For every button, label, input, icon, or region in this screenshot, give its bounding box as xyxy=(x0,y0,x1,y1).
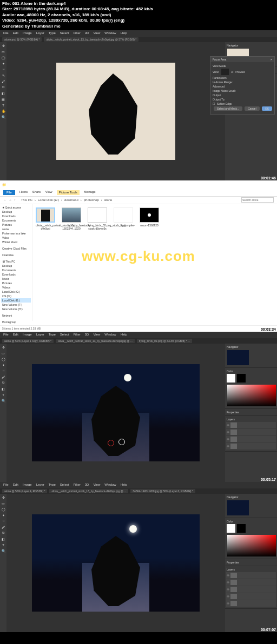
clone-tool-icon[interactable]: ⧉ xyxy=(1,531,6,536)
onedrive[interactable]: OneDrive xyxy=(1,253,31,257)
layer-row[interactable]: 👁 xyxy=(226,422,276,428)
menu-layer[interactable]: Layer xyxy=(36,333,44,337)
menu-layer[interactable]: Layer xyxy=(36,31,44,36)
eraser-tool-icon[interactable]: ◧ xyxy=(1,91,6,96)
menu-file[interactable]: File xyxy=(3,483,9,487)
sidebar-item[interactable]: Documents xyxy=(1,268,31,272)
menu-3d[interactable]: 3D xyxy=(85,31,89,36)
move-tool-icon[interactable]: ✥ xyxy=(1,495,6,500)
tab-2[interactable]: olivia__witch_portrait_stock_13_by_faest… xyxy=(56,339,135,343)
file-item[interactable]: fence-1603244_1920 xyxy=(62,207,81,230)
menu-window[interactable]: Window xyxy=(104,31,116,36)
layer-row[interactable]: 👁 xyxy=(226,572,276,579)
move-tool-icon[interactable]: ✥ xyxy=(1,345,6,350)
crop-tool-icon[interactable]: ⌗ xyxy=(1,368,6,374)
lasso-tool-icon[interactable]: ◯ xyxy=(1,55,6,61)
layer-row[interactable]: 👁 xyxy=(226,436,276,442)
menu-file[interactable]: File xyxy=(3,31,9,36)
back-icon[interactable]: ← xyxy=(3,198,6,202)
ribbon-view[interactable]: View xyxy=(45,190,52,195)
breadcrumb[interactable]: alone xyxy=(104,198,113,202)
ribbon-manage[interactable]: Manage xyxy=(84,190,96,195)
sidebar-item[interactable]: Downloads xyxy=(1,272,31,277)
layer-row[interactable]: 👁 xyxy=(226,443,276,450)
sidebar-item-selected[interactable]: Local Disk (E:) xyxy=(1,298,31,303)
search-input[interactable] xyxy=(241,197,274,203)
layer-row[interactable]: 👁 xyxy=(226,429,276,435)
lasso-tool-icon[interactable]: ◯ xyxy=(1,357,6,362)
address-bar[interactable]: ← → ↑ This PC › Local Disk (E:) › downlo… xyxy=(0,197,277,204)
sidebar-item[interactable]: Pictures xyxy=(1,281,31,285)
properties-panel[interactable]: Properties xyxy=(226,560,276,565)
sidebar-item[interactable]: Videos xyxy=(1,285,31,290)
menu-help[interactable]: Help xyxy=(121,31,127,36)
menu-view[interactable]: View xyxy=(93,483,100,487)
crop-tool-icon[interactable]: ⌗ xyxy=(1,519,6,524)
menu-select[interactable]: Select xyxy=(60,483,69,487)
sidebar-item[interactable]: alone xyxy=(1,227,31,231)
lasso-tool-icon[interactable]: ◯ xyxy=(1,507,6,512)
zoom-tool-icon[interactable]: 🔍 xyxy=(1,548,6,554)
tab-1[interactable]: alone @ 50% (Layer 4, RGB/8#) * xyxy=(2,489,47,493)
clone-tool-icon[interactable]: ⧉ xyxy=(1,380,6,386)
color-panel[interactable]: Color xyxy=(226,519,276,524)
eyedropper-tool-icon[interactable]: ✎ xyxy=(1,73,6,78)
canvas-area[interactable] xyxy=(6,494,225,632)
menu-view[interactable]: View xyxy=(93,31,100,36)
sidebar-item[interactable]: Documents xyxy=(1,218,31,223)
crop-tool-icon[interactable]: ⌗ xyxy=(1,67,6,72)
breadcrumb[interactable]: photoshop xyxy=(84,198,99,202)
foreground-swatch[interactable] xyxy=(227,524,235,533)
sidebar-item[interactable]: Fisherman in a lake xyxy=(1,231,31,236)
brush-tool-icon[interactable]: 🖌 xyxy=(1,525,6,530)
menu-file[interactable]: File xyxy=(3,333,9,337)
properties-panel[interactable]: Properties xyxy=(226,410,276,414)
breadcrumb[interactable]: This PC xyxy=(21,198,32,202)
menu-window[interactable]: Window xyxy=(104,483,116,487)
view-thumb[interactable] xyxy=(221,69,229,75)
close-icon[interactable]: × xyxy=(271,58,272,61)
ribbon-home[interactable]: Home xyxy=(19,190,28,195)
sidebar-item[interactable]: OS (D:) xyxy=(1,294,31,298)
layer-row[interactable]: 👁 xyxy=(226,579,276,586)
brush-tool-icon[interactable]: 🖌 xyxy=(1,79,6,84)
clone-tool-icon[interactable]: ⧉ xyxy=(1,85,6,90)
preview-checkbox[interactable]: Preview xyxy=(235,70,245,73)
menu-image[interactable]: Image xyxy=(23,333,32,337)
sidebar-item[interactable]: Desktop xyxy=(1,210,31,214)
file-item[interactable]: flying_birds_02.png_stock_by_jumpfer-sto… xyxy=(88,207,107,230)
tab-2[interactable]: olivia__witch_portrait_stock_13_by_faest… xyxy=(44,37,138,42)
color-panel[interactable]: Color xyxy=(226,369,276,373)
layers-panel[interactable]: Layers xyxy=(226,567,276,572)
tab-1[interactable]: alone @ 50% (Layer 1 copy, RGB/8#) * xyxy=(2,339,54,343)
ribbon-share[interactable]: Share xyxy=(32,190,41,195)
menu-edit[interactable]: Edit xyxy=(13,483,18,487)
sidebar-item[interactable]: Video xyxy=(1,236,31,240)
gradient-tool-icon[interactable]: ▦ xyxy=(1,97,6,102)
cancel-button[interactable]: Cancel xyxy=(245,106,260,111)
marquee-tool-icon[interactable]: ▭ xyxy=(1,351,6,356)
sidebar-item[interactable]: Downloads xyxy=(1,214,31,218)
layers-panel[interactable]: Layers xyxy=(226,417,276,421)
wand-tool-icon[interactable]: ✦ xyxy=(1,513,6,518)
menu-type[interactable]: Type xyxy=(49,333,56,337)
brush-tool-icon[interactable]: 🖌 xyxy=(1,374,6,380)
navigator-panel[interactable]: Navigator xyxy=(226,345,276,349)
sidebar-item[interactable]: Local Disk (C:) xyxy=(1,290,31,294)
sidebar-item[interactable]: Winter Mood xyxy=(1,240,31,244)
select-mask-button[interactable]: Select and Mask... xyxy=(214,106,242,111)
text-tool-icon[interactable]: T xyxy=(1,103,6,108)
color-picker[interactable] xyxy=(227,535,276,556)
foreground-swatch[interactable] xyxy=(227,374,235,383)
menu-3d[interactable]: 3D xyxy=(85,333,89,337)
text-tool-icon[interactable]: T xyxy=(1,542,6,548)
file-item[interactable]: link xyxy=(114,207,133,227)
marquee-tool-icon[interactable]: ▭ xyxy=(1,49,6,55)
sidebar-item[interactable]: Music xyxy=(1,277,31,281)
hand-tool-icon[interactable]: ✋ xyxy=(1,109,6,114)
ok-button[interactable]: OK xyxy=(262,106,272,111)
file-item[interactable]: moon-1568920 xyxy=(140,207,159,227)
menu-filter[interactable]: Filter xyxy=(73,333,80,337)
homegroup[interactable]: Homegroup xyxy=(1,320,31,324)
background-swatch[interactable] xyxy=(237,374,246,383)
